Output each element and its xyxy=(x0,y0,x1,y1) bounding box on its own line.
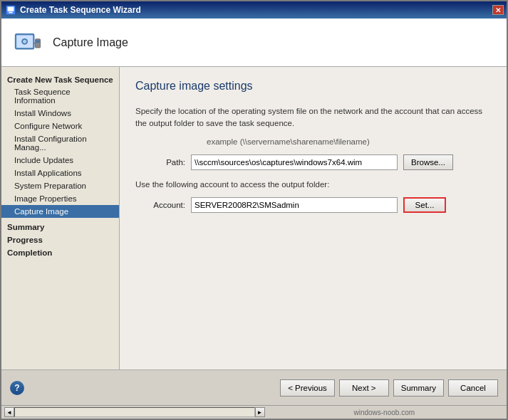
title-bar: Create Task Sequence Wizard ✕ xyxy=(1,1,507,19)
sidebar-item-completion[interactable]: Completion xyxy=(1,246,119,259)
sidebar-item-system-preparation[interactable]: System Preparation xyxy=(1,179,119,192)
sidebar-item-image-properties[interactable]: Image Properties xyxy=(1,192,119,205)
cancel-button[interactable]: Cancel xyxy=(448,379,498,397)
sidebar-item-install-applications[interactable]: Install Applications xyxy=(1,167,119,179)
svg-rect-2 xyxy=(9,12,12,14)
footer-buttons: < Previous Next > Summary Cancel xyxy=(280,379,498,397)
scroll-left-arrow[interactable]: ◄ xyxy=(4,407,14,417)
watermark-text: windows-noob.com xyxy=(265,409,504,416)
main-panel-title: Capture image settings xyxy=(135,80,491,93)
title-bar-content: Create Task Sequence Wizard xyxy=(6,5,141,15)
main-description: Specify the location of the operating sy… xyxy=(135,105,491,130)
previous-button[interactable]: < Previous xyxy=(280,379,335,397)
sidebar-item-summary[interactable]: Summary xyxy=(1,221,119,233)
wizard-header-title: Capture Image xyxy=(53,36,128,49)
sidebar-item-include-updates[interactable]: Include Updates xyxy=(1,154,119,167)
close-button[interactable]: ✕ xyxy=(492,5,504,15)
help-button[interactable]: ? xyxy=(10,381,24,395)
wizard-window: Create Task Sequence Wizard ✕ Capture Im… xyxy=(0,0,508,420)
svg-rect-8 xyxy=(36,40,39,43)
scrollbar-area: ◄ ► windows-noob.com xyxy=(1,405,507,419)
account-row: Account: Set... xyxy=(135,197,491,213)
path-input[interactable] xyxy=(191,154,398,170)
sidebar-item-install-windows[interactable]: Install Windows xyxy=(1,107,119,120)
scrollbar-track[interactable] xyxy=(14,407,255,417)
svg-point-6 xyxy=(23,39,26,43)
next-button[interactable]: Next > xyxy=(339,379,389,397)
scroll-right-arrow[interactable]: ► xyxy=(255,407,265,417)
browse-button[interactable]: Browse... xyxy=(403,154,453,170)
title-bar-label: Create Task Sequence Wizard xyxy=(20,5,141,15)
account-label: Account: xyxy=(135,201,185,209)
example-text: example (\\servername\sharename\filename… xyxy=(207,137,491,146)
sidebar-item-capture-image[interactable]: Capture Image xyxy=(1,205,119,218)
sidebar-item-install-config-manager[interactable]: Install Configuration Manag... xyxy=(1,132,119,154)
sidebar-group-label: Create New Task Sequence xyxy=(1,73,119,85)
account-section-label: Use the following account to access the … xyxy=(135,180,491,189)
set-button[interactable]: Set... xyxy=(403,197,446,213)
sidebar-item-task-sequence-info[interactable]: Task Sequence Information xyxy=(1,85,119,107)
svg-rect-1 xyxy=(8,7,14,11)
sidebar-item-configure-network[interactable]: Configure Network xyxy=(1,120,119,132)
summary-button[interactable]: Summary xyxy=(393,379,444,397)
footer: ? < Previous Next > Summary Cancel xyxy=(1,369,507,405)
sidebar: Create New Task Sequence Task Sequence I… xyxy=(1,67,120,369)
account-input[interactable] xyxy=(191,197,398,213)
sidebar-item-progress[interactable]: Progress xyxy=(1,233,119,246)
wizard-header: Capture Image xyxy=(1,19,507,67)
path-row: Path: Browse... xyxy=(135,154,491,170)
content-area: Create New Task Sequence Task Sequence I… xyxy=(1,67,507,369)
main-panel: Capture image settings Specify the locat… xyxy=(120,67,507,369)
capture-image-icon xyxy=(13,28,43,58)
footer-left: ? xyxy=(10,381,24,395)
window-icon xyxy=(6,5,16,15)
path-label: Path: xyxy=(135,158,185,167)
